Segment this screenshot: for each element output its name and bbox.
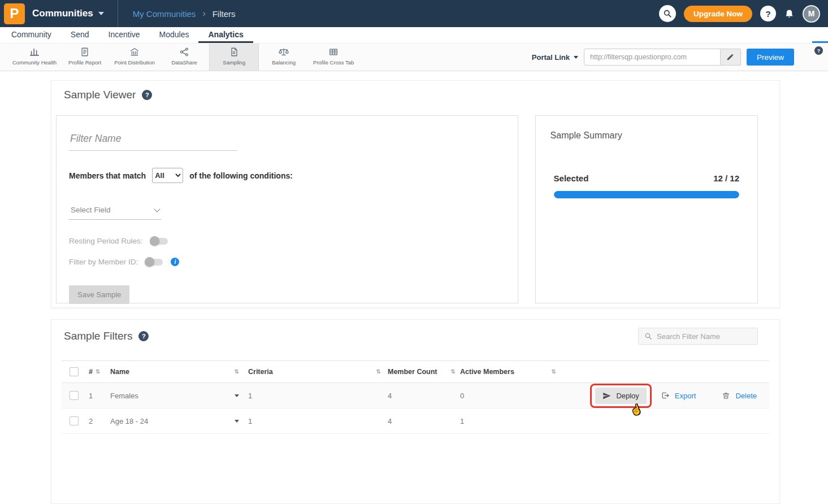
sample-filters-title: Sample Filters (64, 330, 132, 342)
chevron-down-icon (98, 12, 104, 15)
selected-label: Selected (554, 173, 589, 183)
toolbar-item-community-health[interactable]: Community Health (9, 44, 60, 71)
row-checkbox[interactable] (70, 391, 79, 400)
upgrade-now-button[interactable]: Upgrade Now (684, 6, 752, 22)
deploy-highlight: Deploy ☝ (590, 384, 651, 408)
toolbar-item-label: Community Health (12, 59, 57, 66)
toolbar-item-label: DataShare (171, 59, 197, 66)
toolbar-item-label: Sampling (223, 59, 245, 66)
sample-summary-panel: Sample Summary Selected 12 / 12 (535, 115, 758, 303)
preview-button[interactable]: Preview (747, 49, 794, 66)
chevron-down-icon[interactable] (235, 420, 239, 423)
toolbar-item-point-distribution[interactable]: Point Distribution (110, 44, 159, 71)
chevron-down-icon (574, 56, 578, 59)
tab-community[interactable]: Community (11, 27, 61, 43)
toolbar-item-label: Point Distribution (114, 59, 155, 66)
sample-summary-title: Sample Summary (550, 131, 744, 141)
tab-modules[interactable]: Modules (150, 27, 199, 43)
toolbar-item-profile-cross-tab[interactable]: Profile Cross Tab (309, 44, 358, 71)
member-count: 4 (388, 392, 392, 400)
analytics-toolbar: Community Health Profile Report Point Di… (0, 43, 828, 71)
table-row: 2 Age 18 - 24 1 4 1 (62, 409, 769, 434)
filters-table: # ⇅ Name ⇅ Criteria ⇅ Member Count ⇅ Act… (62, 360, 769, 434)
member-id-label: Filter by Member ID: (69, 258, 138, 266)
toolbar-item-datashare[interactable]: DataShare (159, 44, 209, 71)
help-button[interactable]: ? (760, 6, 776, 21)
search-icon (663, 9, 672, 18)
portal-link-dropdown[interactable]: Portal Link (532, 53, 578, 62)
toolbar-item-sampling[interactable]: Sampling (209, 44, 259, 71)
tab-analytics[interactable]: Analytics (198, 27, 253, 43)
selection-progress-fill (554, 191, 739, 198)
toolbar-item-balancing[interactable]: Balancing (259, 44, 309, 71)
save-sample-button[interactable]: Save Sample (69, 285, 129, 304)
select-field-label: Select Field (71, 206, 111, 214)
select-field-dropdown[interactable]: Select Field (69, 203, 161, 220)
search-icon (644, 332, 652, 340)
sort-icon[interactable]: ⇅ (451, 369, 456, 375)
portal-url-input[interactable] (584, 49, 721, 66)
active-members-count: 0 (460, 392, 464, 400)
tab-send[interactable]: Send (61, 27, 99, 43)
toolbar-item-profile-report[interactable]: Profile Report (60, 44, 110, 71)
table-header: # ⇅ Name ⇅ Criteria ⇅ Member Count ⇅ Act… (62, 360, 769, 383)
filter-search-input[interactable] (657, 332, 752, 341)
breadcrumb: My Communities › Filters (133, 8, 236, 19)
question-icon: ? (765, 9, 770, 19)
toolbar-item-label: Profile Cross Tab (313, 59, 354, 66)
bar-chart-icon (29, 46, 40, 58)
sample-filters-help-icon[interactable]: ? (138, 331, 149, 341)
sort-icon[interactable]: ⇅ (235, 369, 239, 375)
edit-url-button[interactable] (721, 49, 741, 66)
resting-period-toggle[interactable] (151, 238, 168, 245)
paper-plane-icon (602, 392, 611, 400)
delete-label: Delete (735, 392, 757, 400)
sort-icon[interactable]: ⇅ (552, 369, 556, 375)
col-active-members: Active Members (460, 368, 514, 376)
export-button[interactable]: Export (661, 391, 696, 400)
tab-incentive[interactable]: Incentive (99, 27, 150, 43)
delete-button[interactable]: Delete (722, 392, 757, 400)
toolbar-item-label: Profile Report (68, 59, 101, 66)
export-icon (661, 391, 670, 400)
filter-name-input[interactable] (69, 129, 237, 151)
info-icon[interactable]: i (171, 258, 179, 266)
search-button[interactable] (659, 5, 676, 22)
table-row: 1 Females 1 4 0 Deploy ☝ (62, 383, 769, 409)
sample-viewer-title: Sample Viewer (64, 89, 136, 101)
sample-builder-panel: Members that match All of the following … (56, 115, 518, 303)
chevron-down-icon (154, 206, 160, 212)
sample-viewer-help-icon[interactable]: ? (142, 90, 152, 100)
select-all-checkbox[interactable] (70, 367, 79, 376)
row-checkbox[interactable] (70, 416, 79, 425)
chevron-down-icon[interactable] (235, 394, 239, 397)
share-icon (179, 46, 189, 58)
member-id-toggle[interactable] (146, 259, 163, 266)
match-prefix-label: Members that match (69, 171, 146, 180)
col-num: # (89, 368, 93, 376)
filter-name: Females (110, 392, 138, 400)
deploy-button[interactable]: Deploy (595, 388, 646, 404)
sample-filters-card: Sample Filters ? # ⇅ Name ⇅ Criteria ⇅ (51, 319, 780, 504)
trash-icon (722, 392, 730, 400)
sample-viewer-card: Sample Viewer ? Members that match All o… (51, 80, 780, 308)
match-select[interactable]: All (152, 168, 183, 183)
filter-name: Age 18 - 24 (110, 417, 148, 425)
toolbar-help-badge[interactable]: ? (814, 46, 823, 55)
sort-icon[interactable]: ⇅ (96, 369, 100, 375)
criteria-count: 1 (248, 392, 252, 400)
notifications-button[interactable] (784, 8, 795, 19)
scales-icon (279, 46, 289, 58)
col-member-count: Member Count (388, 368, 437, 376)
questionpro-logo[interactable]: P (4, 3, 25, 24)
row-num: 1 (89, 392, 93, 400)
communities-menu[interactable]: Communities (32, 0, 118, 27)
col-criteria: Criteria (248, 368, 273, 376)
sort-icon[interactable]: ⇅ (376, 369, 381, 375)
match-suffix-label: of the following conditions: (189, 171, 293, 180)
bell-icon (784, 8, 795, 19)
row-num: 2 (89, 417, 93, 425)
avatar[interactable]: M (803, 5, 820, 23)
criteria-count: 1 (248, 417, 252, 425)
breadcrumb-my-communities[interactable]: My Communities (133, 9, 196, 19)
